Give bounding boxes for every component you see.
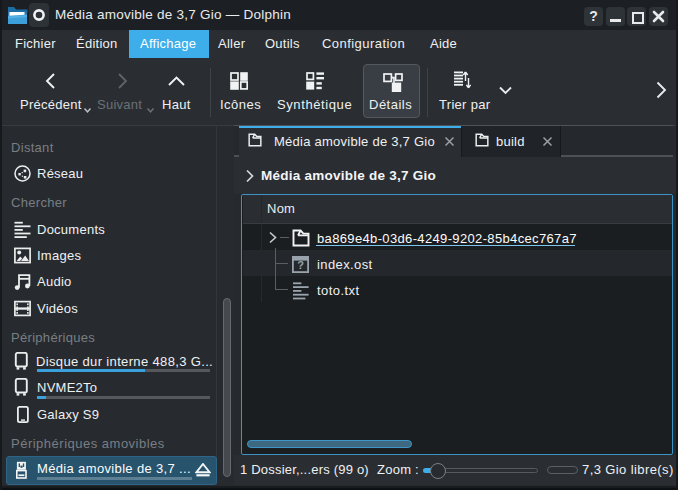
svg-text:?: ? bbox=[297, 259, 304, 271]
